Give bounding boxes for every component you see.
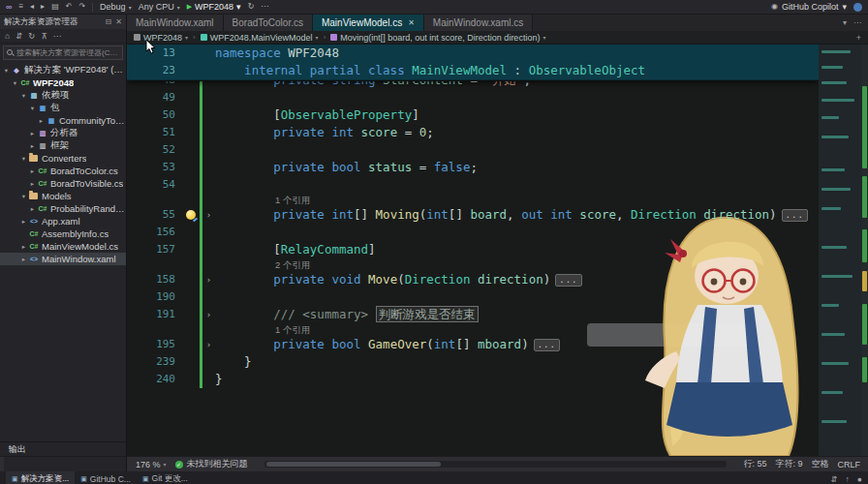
tree-item[interactable]: ▸▥框架 [0,139,126,152]
chevron-right-icon[interactable]: ▸ [19,218,28,226]
line-number[interactable]: 48 [127,81,184,89]
chevron-down-icon[interactable]: ▾ [19,155,28,163]
output-panel-tab[interactable]: 输出 [0,441,126,456]
refresh-icon[interactable]: ↻ [248,0,255,14]
add-icon[interactable]: + [856,33,861,43]
code-text[interactable]: [RelayCommand] [215,241,868,258]
fold-arrow-icon[interactable]: › [202,206,215,224]
sticky-line[interactable]: 13namespace WPF2048 [127,45,819,62]
code-text[interactable] [215,89,868,106]
scrollbar-thumb[interactable] [266,462,441,467]
code-text[interactable]: private bool GameOver(int[] mboard)... [215,336,868,353]
fold-arrow-icon[interactable]: › [202,336,215,353]
collapse-all-icon[interactable]: ⊼ [41,31,46,41]
code-line[interactable]: 49 [127,89,868,106]
sticky-line[interactable]: 23 internal partial class MainViewModel … [127,62,819,79]
line-number[interactable]: 13 [127,45,184,62]
glyph-margin[interactable] [184,159,200,176]
tree-item[interactable]: ▾▦包 [0,102,126,114]
code-line[interactable]: 55› private int[] Moving(int[] board, ou… [127,206,868,224]
code-line[interactable]: 239 } [127,353,868,371]
glyph-margin[interactable] [184,141,200,159]
code-text[interactable]: } [215,353,868,371]
line-number[interactable]: 157 [127,241,184,258]
line-number[interactable]: 49 [127,89,184,106]
editor-tab[interactable]: BoradToColor.cs [224,15,313,31]
code-text[interactable]: private int[] Moving(int[] board, out in… [215,206,868,224]
notifications-icon[interactable]: ● [857,474,862,484]
glyph-margin[interactable] [184,45,200,62]
run-button[interactable]: ▶ WPF2048 ▾ [187,2,241,12]
code-line[interactable]: 156 [127,224,868,241]
menu-icon[interactable]: ≡ [18,0,23,14]
fold-arrow-icon[interactable]: › [202,306,215,323]
tree-item[interactable]: ▾Models [0,190,126,202]
refresh-icon[interactable]: ↻ [28,31,35,41]
code-text[interactable]: private bool status = false; [215,159,868,176]
tree-item[interactable]: ▾▤依赖项 [0,89,126,102]
zoom-dropdown[interactable]: 176 % ▾ [136,460,167,469]
chevron-right-icon[interactable]: ▸ [37,117,46,125]
code-line[interactable]: 53 private bool status = false; [127,159,868,176]
glyph-margin[interactable] [184,271,200,288]
glyph-margin[interactable] [184,206,200,224]
code-text[interactable]: namespace WPF2048 [215,45,819,62]
code-line[interactable]: 48 private string StarContent = "开始"; [127,81,868,89]
chevron-down-icon[interactable]: ▾ [843,18,847,27]
platform-dropdown[interactable]: Any CPU▾ [139,2,180,12]
line-number[interactable]: 191 [127,306,184,323]
more-icon[interactable]: ⋯ [53,31,62,41]
chevron-right-icon[interactable]: ▸ [19,243,28,251]
breadcrumb-class[interactable]: WPF2048.MainViewModel ▾ [201,33,319,43]
code-text[interactable] [215,288,868,306]
collapsed-region-box[interactable]: ... [534,339,560,351]
tree-item[interactable]: ▸<>App.xaml [0,215,126,227]
chevron-right-icon[interactable]: ▸ [28,180,37,188]
chevron-right-icon[interactable]: ▸ [28,205,37,213]
close-icon[interactable]: ✕ [115,17,122,26]
tree-item[interactable]: ▸▦CommunityToolkit.Mvvm [0,114,126,127]
glyph-margin[interactable] [184,371,200,388]
code-line[interactable]: 50 [ObservableProperty] [127,106,868,124]
codelens-references[interactable]: 1 个引用 [215,194,310,206]
github-copilot-badge[interactable]: ◉ GitHub Copilot ▾ [771,0,847,14]
code-text[interactable]: [ObservableProperty] [215,106,868,124]
undo-icon[interactable]: ↶ [66,0,73,14]
scrollbar[interactable] [861,45,868,456]
code-text[interactable]: internal partial class MainViewModel : O… [215,62,819,79]
glyph-margin[interactable] [184,81,200,89]
code-lines[interactable]: 48 private string StarContent = "开始";495… [127,45,868,456]
breadcrumb-member[interactable]: Moving(int[] board, out int score, Direc… [330,33,545,43]
chevron-down-icon[interactable]: ▾ [2,67,11,75]
config-dropdown[interactable]: Debug▾ [100,2,132,12]
line-number[interactable]: 23 [127,62,184,79]
minimap[interactable] [819,45,861,456]
tree-item[interactable]: ▸▧分析器 [0,127,126,139]
chevron-right-icon[interactable]: ▸ [19,256,28,263]
line-number[interactable]: 158 [127,271,184,288]
glyph-margin[interactable] [184,124,200,141]
glyph-margin[interactable] [184,89,200,106]
tool-window-tab[interactable]: ▣Git 更改... [137,471,194,484]
quick-actions-lightbulb-icon[interactable] [186,210,196,220]
chevron-right-icon[interactable]: ▸ [28,130,37,137]
code-line[interactable]: 158› private void Move(Direction directi… [127,271,868,288]
tree-item[interactable]: ▸C#ProbabilityRandom.cs [0,202,126,215]
collapsed-region-box[interactable]: ... [782,209,808,222]
tree-item[interactable]: C#AssemblyInfo.cs [0,227,126,240]
sync-icon[interactable]: ⇵ [16,31,22,41]
collapsed-region-box[interactable]: ... [555,274,581,287]
chevron-down-icon[interactable]: ▾ [19,92,28,100]
glyph-margin[interactable] [184,353,200,371]
glyph-margin[interactable] [184,224,200,241]
line-number[interactable]: 54 [127,176,184,194]
code-line[interactable]: 195› private bool GameOver(int[] mboard)… [127,336,868,353]
code-text[interactable]: private int score = 0; [215,124,868,141]
glyph-margin[interactable] [184,62,200,79]
tree-item[interactable]: ▸C#BoradToVisible.cs [0,177,126,190]
glyph-margin[interactable] [184,176,200,194]
git-sync-icon[interactable]: ⇵ [830,474,837,484]
line-number[interactable]: 156 [127,224,184,241]
glyph-margin[interactable] [184,336,200,353]
glyph-margin[interactable] [184,241,200,258]
